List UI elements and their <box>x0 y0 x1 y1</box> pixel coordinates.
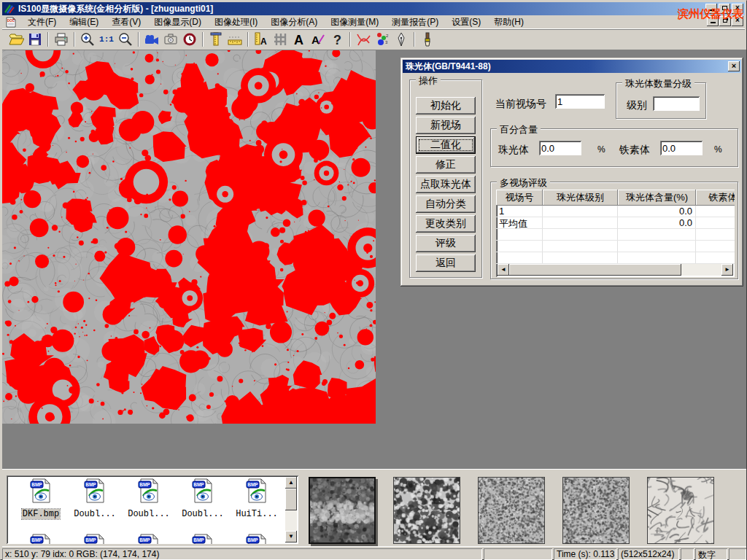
scroll-down-button[interactable]: ▼ <box>285 531 297 542</box>
op-button-9[interactable]: 返回 <box>416 254 476 272</box>
svg-text:DOC: DOC <box>7 19 15 23</box>
file-item-5[interactable]: BMPHuiTi... <box>231 478 282 519</box>
menu-item-7[interactable]: 图像测量(M) <box>324 15 385 30</box>
ruler-button[interactable] <box>225 31 244 48</box>
file-item-1[interactable]: BMPDKF.bmp <box>15 478 66 519</box>
file-item-row2[interactable]: BMP <box>69 534 120 544</box>
scroll-right-button[interactable]: ► <box>721 264 733 276</box>
help-button[interactable]: ? <box>328 31 347 48</box>
ferrite-label: 铁素体 <box>619 144 650 157</box>
application-window: IS100显微摄像系统(金相分析版) - [zhuguangti01] × 滨州… <box>0 0 747 560</box>
current-field-input[interactable] <box>555 94 605 109</box>
grid-button[interactable] <box>271 31 290 48</box>
table-cell <box>543 206 618 217</box>
file-item-2[interactable]: BMPDoubl... <box>69 478 120 519</box>
metallographic-image[interactable] <box>2 50 376 424</box>
file-item-4[interactable]: BMPDoubl... <box>177 478 228 519</box>
classify-points-button[interactable]: 23 <box>373 31 392 48</box>
svg-text:A: A <box>260 36 267 47</box>
menu-item-6[interactable]: 图像分析(A) <box>264 15 324 30</box>
toolbar-separator <box>138 32 139 47</box>
op-button-5[interactable]: 点取珠光体 <box>416 176 476 193</box>
video-camera-button[interactable] <box>142 31 161 48</box>
document-icon[interactable]: DOC <box>5 17 17 28</box>
op-button-7[interactable]: 更改类别 <box>416 215 476 233</box>
toolbar-separator <box>74 32 75 47</box>
text-button[interactable]: A <box>290 31 309 48</box>
zoom-out-button[interactable] <box>116 31 135 48</box>
table-cell <box>496 241 543 252</box>
zoom-in-button[interactable] <box>78 31 97 48</box>
help-icon: ? <box>329 31 345 47</box>
op-button-4[interactable]: 修正 <box>416 156 476 174</box>
menu-item-1[interactable]: 文件(F) <box>21 15 63 30</box>
open-button[interactable] <box>7 31 26 48</box>
brush-button[interactable] <box>418 31 437 48</box>
op-button-3[interactable]: 二值化 <box>416 136 476 154</box>
table-header-1: 视场号 <box>496 190 543 206</box>
menu-item-4[interactable]: 图像显示(D) <box>147 15 208 30</box>
op-button-6[interactable]: 自动分类 <box>416 195 476 213</box>
thumb-2[interactable] <box>393 477 460 544</box>
file-item-row2[interactable]: BMP <box>231 534 282 544</box>
table-row[interactable]: 平均值0.0 <box>496 217 735 229</box>
scroll-thumb[interactable] <box>509 264 681 276</box>
title-bar[interactable]: IS100显微摄像系统(金相分析版) - [zhuguangti01] × <box>2 2 745 15</box>
save-icon <box>27 31 43 47</box>
save-button[interactable] <box>26 31 44 48</box>
caliper-button[interactable] <box>206 31 225 48</box>
dialog-title-bar[interactable]: 珠光体(GB/T9441-88) <box>403 60 741 73</box>
menu-bar: DOC 文件(F)编辑(E)查看(V)图像显示(D)图像处理(I)图像分析(A)… <box>2 15 745 28</box>
curve-tool-button[interactable] <box>354 31 373 48</box>
op-button-8[interactable]: 评级 <box>416 235 476 252</box>
menu-item-3[interactable]: 查看(V) <box>105 15 147 30</box>
ferrite-input[interactable] <box>660 141 703 155</box>
thumb-5[interactable] <box>647 477 714 544</box>
print-button[interactable] <box>52 31 71 48</box>
pen-button[interactable] <box>392 31 411 48</box>
menu-item-8[interactable]: 测量报告(P) <box>385 15 445 30</box>
file-item-3[interactable]: BMPDoubl... <box>123 478 174 519</box>
svg-text:BMP: BMP <box>193 537 204 542</box>
measure-caliper-button[interactable]: A <box>252 31 271 48</box>
pearlite-input[interactable] <box>539 141 581 155</box>
menu-item-2[interactable]: 编辑(E) <box>63 15 105 30</box>
thumb-4[interactable] <box>562 477 630 544</box>
op-button-1[interactable]: 初始化 <box>416 97 476 114</box>
svg-text:A: A <box>294 33 303 47</box>
actual-size-button[interactable]: 1:1 <box>97 31 116 48</box>
menu-item-9[interactable]: 设置(S) <box>445 15 487 30</box>
table-cell <box>618 229 696 240</box>
table-cell <box>543 229 618 240</box>
file-list-scrollbar[interactable]: ▲ ▼ <box>285 477 297 542</box>
table-row-empty <box>496 241 735 252</box>
measure-caliper-icon: A <box>253 31 269 47</box>
scroll-left-button[interactable]: ◄ <box>498 264 509 276</box>
photo-camera-button[interactable] <box>161 31 180 48</box>
toolbar-separator <box>349 32 351 47</box>
ruler-icon <box>227 31 243 47</box>
svg-text:3: 3 <box>385 40 388 44</box>
file-item-row2[interactable]: BMP <box>123 534 174 544</box>
clock-button[interactable] <box>180 31 199 48</box>
zoom-in-icon <box>80 31 96 47</box>
grade-input[interactable] <box>653 96 700 111</box>
table-horizontal-scrollbar[interactable]: ◄ ► <box>498 264 733 276</box>
thumb-1[interactable] <box>309 477 376 544</box>
file-item-row2[interactable]: BMP <box>177 534 228 544</box>
table-row-empty <box>496 252 735 264</box>
op-button-2[interactable]: 新视场 <box>416 117 476 134</box>
ferrite-unit: % <box>714 144 722 155</box>
menu-item-5[interactable]: 图像处理(I) <box>208 15 264 30</box>
file-item-row2[interactable]: BMP <box>15 534 66 544</box>
annotate-button[interactable]: A <box>309 31 328 48</box>
menu-item-10[interactable]: 帮助(H) <box>487 15 530 30</box>
file-list: ▲ ▼ BMPDKF.bmpBMPDoubl...BMPDoubl...BMPD… <box>7 475 298 544</box>
scroll-up-button[interactable]: ▲ <box>285 477 297 489</box>
zoom-out-icon <box>117 31 133 47</box>
scroll-thumb[interactable] <box>285 489 297 510</box>
dialog-close-button[interactable]: × <box>728 61 740 71</box>
table-row[interactable]: 10.0 <box>496 206 735 217</box>
grade-label: 级别 <box>627 99 647 112</box>
thumb-3[interactable] <box>478 477 545 544</box>
